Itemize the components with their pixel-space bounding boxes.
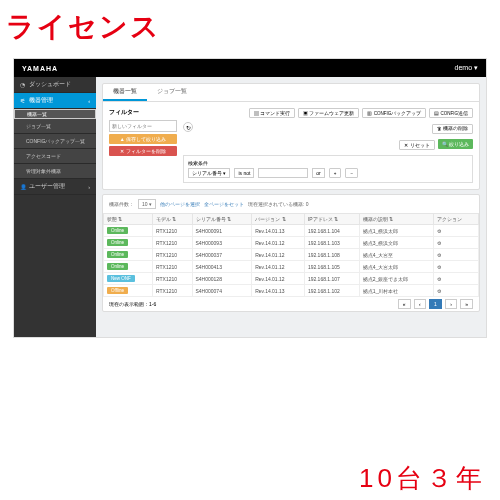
pager-prev[interactable]: ‹ — [414, 299, 426, 309]
cond-remove-button[interactable]: − — [345, 168, 358, 178]
col-ip[interactable]: IPアドレス ⇅ — [304, 214, 359, 225]
gear-icon[interactable]: ⚙ — [437, 276, 441, 282]
cond-add-button[interactable]: + — [329, 168, 342, 178]
filter-title: フィルター — [109, 108, 177, 117]
sidebar-item-dashboard[interactable]: ◔ダッシュボード — [14, 77, 96, 93]
brand-logo: YAMAHA — [22, 65, 58, 72]
sidebar-item-unmanaged[interactable]: 管理対象外機器 — [14, 164, 96, 179]
sidebar-item-devices[interactable]: ⚟機器管理‹ — [14, 93, 96, 109]
pager-next[interactable]: › — [445, 299, 457, 309]
gear-icon[interactable]: ⚙ — [437, 288, 441, 294]
pager-last[interactable]: » — [460, 299, 473, 309]
table-controls: 機器件数： 10 ▾ 他のページを選択 全ページをセット 現在選択されている機器… — [103, 195, 479, 213]
table-row[interactable]: OnlineRTX1210S4H000093Rev.14.01.12192.16… — [104, 237, 479, 249]
overlay-top-text: ライセンス — [0, 0, 500, 50]
search-condition: 検索条件 シリアル番号 ▾ is not or + − — [183, 155, 473, 183]
sidebar-item-users[interactable]: 👤ユーザー管理› — [14, 179, 96, 195]
sidebar-item-access-code[interactable]: アクセスコード — [14, 149, 96, 164]
selected-count: 現在選択されている機器: 0 — [248, 201, 309, 207]
gear-icon[interactable]: ⚙ — [437, 252, 441, 258]
status-badge: Online — [107, 239, 128, 246]
status-badge: Online — [107, 227, 128, 234]
device-table: 状態 ⇅ モデル ⇅ シリアル番号 ⇅ バージョン ⇅ IPアドレス ⇅ 機器の… — [103, 213, 479, 297]
gauge-icon: ◔ — [20, 82, 26, 88]
overlay-bottom-text: 10台３年 — [359, 461, 486, 496]
user-menu[interactable]: demo ▾ — [455, 64, 478, 72]
table-row[interactable]: New ONFRTX1210S4H000128Rev.14.01.12192.1… — [104, 273, 479, 285]
reset-button[interactable]: ✕ リセット — [399, 140, 434, 150]
sidebar-item-job-list[interactable]: ジョブ一覧 — [14, 119, 96, 134]
filter-delete-button[interactable]: ✕ フィルターを削除 — [109, 146, 177, 156]
table-row[interactable]: OfflineRTX1210S4H000074Rev.14.01.13192.1… — [104, 285, 479, 297]
pager-first[interactable]: « — [398, 299, 411, 309]
refresh-icon: ↻ — [186, 124, 191, 131]
col-action: アクション — [433, 214, 478, 225]
status-badge: New ONF — [107, 275, 135, 282]
table-row[interactable]: OnlineRTX1210S4H000413Rev.14.01.12192.16… — [104, 261, 479, 273]
gear-icon[interactable]: ⚙ — [437, 264, 441, 270]
tab-devices[interactable]: 機器一覧 — [103, 84, 147, 101]
apply-filter-button[interactable]: 🔍 絞り込み — [438, 139, 473, 149]
table-row[interactable]: OnlineRTX1210S4H000037Rev.14.01.12192.16… — [104, 249, 479, 261]
share-icon: ⚟ — [20, 98, 26, 104]
tabs: 機器一覧 ジョブ一覧 — [103, 84, 479, 102]
refresh-button[interactable]: ↻ — [183, 122, 193, 132]
user-icon: 👤 — [20, 184, 26, 190]
sidebar-item-config-backup[interactable]: CONFIGバックアップ一覧 — [14, 134, 96, 149]
config-send-button[interactable]: ▤ CONFIG送信 — [429, 108, 473, 118]
page-size-select[interactable]: 10 ▾ — [138, 199, 156, 209]
cond-title: 検索条件 — [188, 160, 468, 166]
app-window: YAMAHA demo ▾ ◔ダッシュボード ⚟機器管理‹ 機器一覧 ジョブ一覧… — [13, 58, 487, 338]
filter-save-button[interactable]: ▲ 保存して絞り込み — [109, 134, 177, 144]
tab-jobs[interactable]: ジョブ一覧 — [147, 84, 197, 101]
content-area: 機器一覧 ジョブ一覧 フィルター ▲ 保存して絞り込み ✕ フィルターを削除 ▤… — [96, 77, 486, 338]
cond-value-input[interactable] — [258, 168, 308, 178]
fw-update-button[interactable]: ▣ ファームウェア更新 — [298, 108, 359, 118]
device-delete-button[interactable]: 🗑 機器の削除 — [432, 124, 473, 134]
col-version[interactable]: バージョン ⇅ — [252, 214, 305, 225]
pager-page[interactable]: 1 — [429, 299, 442, 309]
topbar: YAMAHA demo ▾ — [14, 59, 486, 77]
sidebar: ◔ダッシュボード ⚟機器管理‹ 機器一覧 ジョブ一覧 CONFIGバックアップ一… — [14, 77, 96, 338]
cmd-exec-button[interactable]: ▤ コマンド実行 — [249, 108, 295, 118]
col-status[interactable]: 状態 ⇅ — [104, 214, 153, 225]
col-owner[interactable]: 機器の説明 ⇅ — [359, 214, 433, 225]
table-row[interactable]: OnlineRTX1210S4H000091Rev.14.01.13192.16… — [104, 225, 479, 237]
config-backup-button[interactable]: ▥ CONFIGバックアップ — [362, 108, 426, 118]
sidebar-item-device-list[interactable]: 機器一覧 — [14, 109, 96, 119]
gear-icon[interactable]: ⚙ — [437, 240, 441, 246]
cond-op2-select[interactable]: or — [312, 168, 324, 178]
status-badge: Online — [107, 251, 128, 258]
status-badge: Online — [107, 263, 128, 270]
page-delete-link[interactable]: 他のページを選択 — [160, 201, 200, 207]
filter-name-input[interactable] — [109, 120, 177, 132]
range-text: 現在の表示範囲：1-6 — [109, 301, 156, 307]
gear-icon[interactable]: ⚙ — [437, 228, 441, 234]
filter-panel: フィルター ▲ 保存して絞り込み ✕ フィルターを削除 — [109, 108, 177, 183]
pager: 現在の表示範囲：1-6 « ‹ 1 › » — [103, 297, 479, 311]
status-badge: Offline — [107, 287, 128, 294]
cond-op1-select[interactable]: is not — [234, 168, 254, 178]
col-serial[interactable]: シリアル番号 ⇅ — [192, 214, 252, 225]
col-model[interactable]: モデル ⇅ — [152, 214, 192, 225]
items-label: 機器件数： — [109, 201, 134, 207]
all-select-link[interactable]: 全ページをセット — [204, 201, 244, 207]
cond-field-select[interactable]: シリアル番号 ▾ — [188, 168, 230, 178]
